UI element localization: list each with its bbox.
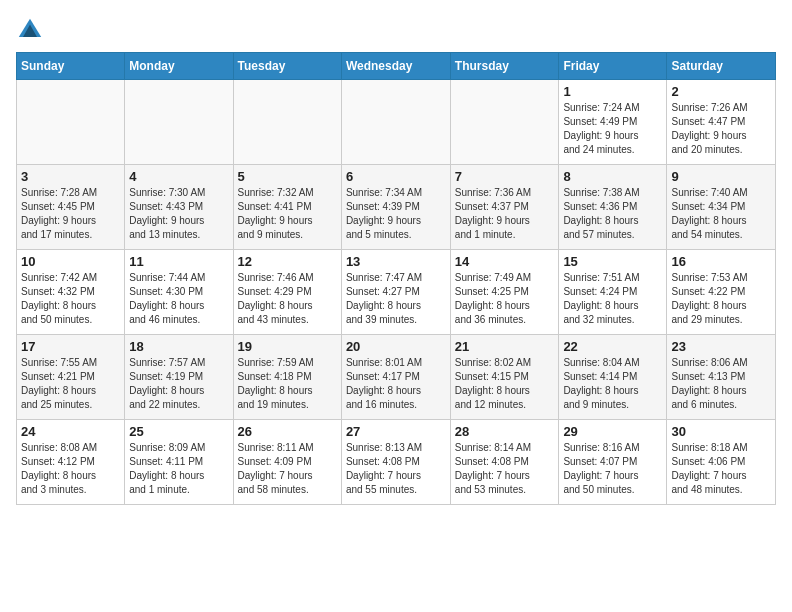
day-number: 6 <box>346 169 446 184</box>
day-number: 5 <box>238 169 337 184</box>
day-number: 9 <box>671 169 771 184</box>
day-cell: 11Sunrise: 7:44 AM Sunset: 4:30 PM Dayli… <box>125 250 233 335</box>
day-info: Sunrise: 7:26 AM Sunset: 4:47 PM Dayligh… <box>671 101 771 157</box>
day-cell: 10Sunrise: 7:42 AM Sunset: 4:32 PM Dayli… <box>17 250 125 335</box>
day-cell: 15Sunrise: 7:51 AM Sunset: 4:24 PM Dayli… <box>559 250 667 335</box>
day-cell: 23Sunrise: 8:06 AM Sunset: 4:13 PM Dayli… <box>667 335 776 420</box>
logo-icon <box>16 16 44 44</box>
weekday-header-monday: Monday <box>125 53 233 80</box>
week-row-5: 24Sunrise: 8:08 AM Sunset: 4:12 PM Dayli… <box>17 420 776 505</box>
day-info: Sunrise: 8:11 AM Sunset: 4:09 PM Dayligh… <box>238 441 337 497</box>
day-cell <box>450 80 559 165</box>
day-cell: 2Sunrise: 7:26 AM Sunset: 4:47 PM Daylig… <box>667 80 776 165</box>
day-cell: 24Sunrise: 8:08 AM Sunset: 4:12 PM Dayli… <box>17 420 125 505</box>
day-info: Sunrise: 7:42 AM Sunset: 4:32 PM Dayligh… <box>21 271 120 327</box>
day-cell: 8Sunrise: 7:38 AM Sunset: 4:36 PM Daylig… <box>559 165 667 250</box>
day-number: 12 <box>238 254 337 269</box>
day-info: Sunrise: 8:18 AM Sunset: 4:06 PM Dayligh… <box>671 441 771 497</box>
day-number: 21 <box>455 339 555 354</box>
day-cell: 28Sunrise: 8:14 AM Sunset: 4:08 PM Dayli… <box>450 420 559 505</box>
day-cell: 9Sunrise: 7:40 AM Sunset: 4:34 PM Daylig… <box>667 165 776 250</box>
weekday-header-thursday: Thursday <box>450 53 559 80</box>
day-cell: 18Sunrise: 7:57 AM Sunset: 4:19 PM Dayli… <box>125 335 233 420</box>
day-cell: 3Sunrise: 7:28 AM Sunset: 4:45 PM Daylig… <box>17 165 125 250</box>
day-info: Sunrise: 7:36 AM Sunset: 4:37 PM Dayligh… <box>455 186 555 242</box>
day-info: Sunrise: 7:57 AM Sunset: 4:19 PM Dayligh… <box>129 356 228 412</box>
day-info: Sunrise: 8:06 AM Sunset: 4:13 PM Dayligh… <box>671 356 771 412</box>
day-info: Sunrise: 8:08 AM Sunset: 4:12 PM Dayligh… <box>21 441 120 497</box>
day-info: Sunrise: 8:09 AM Sunset: 4:11 PM Dayligh… <box>129 441 228 497</box>
day-number: 7 <box>455 169 555 184</box>
day-cell: 5Sunrise: 7:32 AM Sunset: 4:41 PM Daylig… <box>233 165 341 250</box>
day-number: 20 <box>346 339 446 354</box>
day-cell: 21Sunrise: 8:02 AM Sunset: 4:15 PM Dayli… <box>450 335 559 420</box>
week-row-1: 1Sunrise: 7:24 AM Sunset: 4:49 PM Daylig… <box>17 80 776 165</box>
day-number: 17 <box>21 339 120 354</box>
week-row-2: 3Sunrise: 7:28 AM Sunset: 4:45 PM Daylig… <box>17 165 776 250</box>
day-number: 10 <box>21 254 120 269</box>
weekday-header-row: SundayMondayTuesdayWednesdayThursdayFrid… <box>17 53 776 80</box>
week-row-4: 17Sunrise: 7:55 AM Sunset: 4:21 PM Dayli… <box>17 335 776 420</box>
day-info: Sunrise: 8:02 AM Sunset: 4:15 PM Dayligh… <box>455 356 555 412</box>
day-number: 28 <box>455 424 555 439</box>
weekday-header-friday: Friday <box>559 53 667 80</box>
day-info: Sunrise: 8:13 AM Sunset: 4:08 PM Dayligh… <box>346 441 446 497</box>
day-info: Sunrise: 7:40 AM Sunset: 4:34 PM Dayligh… <box>671 186 771 242</box>
weekday-header-saturday: Saturday <box>667 53 776 80</box>
day-info: Sunrise: 7:53 AM Sunset: 4:22 PM Dayligh… <box>671 271 771 327</box>
day-cell: 29Sunrise: 8:16 AM Sunset: 4:07 PM Dayli… <box>559 420 667 505</box>
day-number: 23 <box>671 339 771 354</box>
day-cell: 26Sunrise: 8:11 AM Sunset: 4:09 PM Dayli… <box>233 420 341 505</box>
day-info: Sunrise: 7:49 AM Sunset: 4:25 PM Dayligh… <box>455 271 555 327</box>
day-number: 26 <box>238 424 337 439</box>
day-info: Sunrise: 7:30 AM Sunset: 4:43 PM Dayligh… <box>129 186 228 242</box>
day-number: 25 <box>129 424 228 439</box>
day-cell <box>341 80 450 165</box>
day-number: 11 <box>129 254 228 269</box>
weekday-header-tuesday: Tuesday <box>233 53 341 80</box>
day-info: Sunrise: 8:16 AM Sunset: 4:07 PM Dayligh… <box>563 441 662 497</box>
day-info: Sunrise: 7:51 AM Sunset: 4:24 PM Dayligh… <box>563 271 662 327</box>
day-number: 24 <box>21 424 120 439</box>
day-info: Sunrise: 7:34 AM Sunset: 4:39 PM Dayligh… <box>346 186 446 242</box>
day-cell: 14Sunrise: 7:49 AM Sunset: 4:25 PM Dayli… <box>450 250 559 335</box>
day-info: Sunrise: 7:47 AM Sunset: 4:27 PM Dayligh… <box>346 271 446 327</box>
day-info: Sunrise: 7:38 AM Sunset: 4:36 PM Dayligh… <box>563 186 662 242</box>
day-cell: 4Sunrise: 7:30 AM Sunset: 4:43 PM Daylig… <box>125 165 233 250</box>
day-number: 15 <box>563 254 662 269</box>
day-cell <box>17 80 125 165</box>
day-number: 18 <box>129 339 228 354</box>
day-cell: 7Sunrise: 7:36 AM Sunset: 4:37 PM Daylig… <box>450 165 559 250</box>
day-number: 4 <box>129 169 228 184</box>
day-number: 14 <box>455 254 555 269</box>
logo <box>16 16 48 44</box>
day-number: 1 <box>563 84 662 99</box>
day-number: 16 <box>671 254 771 269</box>
day-info: Sunrise: 7:46 AM Sunset: 4:29 PM Dayligh… <box>238 271 337 327</box>
day-number: 2 <box>671 84 771 99</box>
day-cell: 16Sunrise: 7:53 AM Sunset: 4:22 PM Dayli… <box>667 250 776 335</box>
day-cell <box>233 80 341 165</box>
weekday-header-wednesday: Wednesday <box>341 53 450 80</box>
day-info: Sunrise: 7:24 AM Sunset: 4:49 PM Dayligh… <box>563 101 662 157</box>
day-cell: 17Sunrise: 7:55 AM Sunset: 4:21 PM Dayli… <box>17 335 125 420</box>
day-number: 22 <box>563 339 662 354</box>
day-info: Sunrise: 7:32 AM Sunset: 4:41 PM Dayligh… <box>238 186 337 242</box>
day-number: 8 <box>563 169 662 184</box>
day-number: 3 <box>21 169 120 184</box>
day-number: 29 <box>563 424 662 439</box>
day-cell: 25Sunrise: 8:09 AM Sunset: 4:11 PM Dayli… <box>125 420 233 505</box>
day-cell: 20Sunrise: 8:01 AM Sunset: 4:17 PM Dayli… <box>341 335 450 420</box>
calendar-table: SundayMondayTuesdayWednesdayThursdayFrid… <box>16 52 776 505</box>
day-info: Sunrise: 8:14 AM Sunset: 4:08 PM Dayligh… <box>455 441 555 497</box>
weekday-header-sunday: Sunday <box>17 53 125 80</box>
day-info: Sunrise: 8:01 AM Sunset: 4:17 PM Dayligh… <box>346 356 446 412</box>
day-info: Sunrise: 7:59 AM Sunset: 4:18 PM Dayligh… <box>238 356 337 412</box>
day-cell: 19Sunrise: 7:59 AM Sunset: 4:18 PM Dayli… <box>233 335 341 420</box>
day-cell <box>125 80 233 165</box>
page-header <box>16 16 776 44</box>
day-number: 27 <box>346 424 446 439</box>
day-info: Sunrise: 7:28 AM Sunset: 4:45 PM Dayligh… <box>21 186 120 242</box>
day-number: 13 <box>346 254 446 269</box>
day-info: Sunrise: 8:04 AM Sunset: 4:14 PM Dayligh… <box>563 356 662 412</box>
